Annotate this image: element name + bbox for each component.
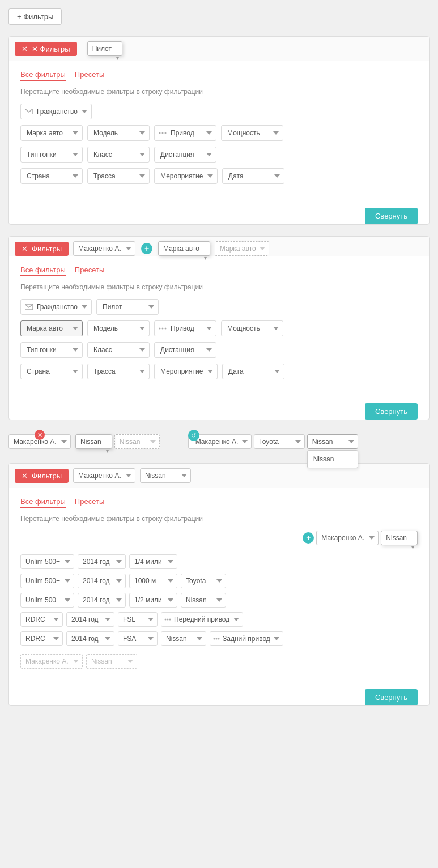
filter-row-1-1: Гражданство: [20, 104, 418, 119]
car-brand-select-2[interactable]: Марка авто: [20, 320, 83, 336]
country-select-1[interactable]: Страна: [20, 168, 83, 184]
bottom-placeholder-row: Макаренко А. Nissan: [20, 652, 418, 671]
filter-footer-1: Свернуть: [9, 199, 429, 212]
tab-all-filters-2[interactable]: Все фильтры: [20, 266, 66, 276]
filter-tabs-1: Все фильтры Пресеты: [20, 70, 418, 81]
distance-select-1[interactable]: Дистанция: [154, 147, 216, 163]
carbrand-placeholder-2: Марка авто: [215, 241, 269, 256]
delete-badge-3[interactable]: ✕: [35, 430, 45, 440]
year-result-4-4[interactable]: 2014 год: [66, 612, 114, 627]
plus-badge-4[interactable]: +: [303, 532, 314, 544]
brand-result-4-5[interactable]: Nissan: [161, 631, 206, 646]
collapse-button-2[interactable]: Свернуть: [365, 403, 418, 420]
class-result-4-3[interactable]: Unlim 500+: [20, 593, 74, 608]
distance-result-4-2[interactable]: 1000 м: [129, 574, 177, 588]
plus-badge-2[interactable]: +: [141, 243, 152, 254]
distance-select-2[interactable]: Дистанция: [154, 342, 216, 358]
drive-select-2[interactable]: Привод: [154, 320, 216, 336]
track-select-2[interactable]: Трасса: [87, 364, 150, 379]
year-result-4-2[interactable]: 2014 год: [78, 574, 126, 588]
result-row-4-4: RDRC 2014 год FSL Передний привод: [20, 610, 418, 629]
class-result-4-4[interactable]: RDRC: [20, 612, 63, 627]
nissan-drag-tag-3[interactable]: Nissan: [75, 434, 112, 449]
year-result-4-5[interactable]: 2014 год: [66, 631, 114, 646]
close-icon-1: ✕: [22, 45, 28, 53]
power-select-1[interactable]: Мощность: [221, 125, 283, 141]
makarenko-tag-4[interactable]: Макаренко А.: [73, 468, 135, 483]
citizenship-select-2[interactable]: Гражданство: [20, 299, 92, 315]
drive-result-4-5[interactable]: Задний привод: [210, 631, 283, 646]
filter-bar-4: ✕ Фильтры Макаренко А. Nissan: [9, 464, 429, 488]
distance-result-4-4[interactable]: FSL: [118, 612, 158, 627]
result-row-4-1: Unlim 500+ 2014 год 1/4 мили: [20, 552, 418, 571]
makarenko-tag-2[interactable]: Макаренко А.: [73, 241, 135, 256]
nissan-new-drag-label-4: Nissan: [386, 534, 407, 542]
brand-result-4-2[interactable]: Toyota: [181, 574, 226, 588]
reload-badge-3[interactable]: ↺: [188, 430, 199, 441]
tab-presets-4[interactable]: Пресеты: [75, 497, 104, 508]
event-select-2[interactable]: Мероприятие: [154, 364, 218, 379]
citizenship-select-1[interactable]: Гражданство: [20, 104, 92, 119]
bottom-nissan-placeholder[interactable]: Nissan: [86, 654, 137, 669]
nissan-option[interactable]: Nissan: [308, 453, 358, 465]
class-select-1[interactable]: Класс: [87, 147, 150, 163]
result-row-4-5: RDRC 2014 год FSA Nissan Задний привод: [20, 629, 418, 648]
new-pilot-tag-4[interactable]: Макаренко А.: [316, 531, 379, 545]
drive-select-1[interactable]: Привод: [154, 125, 216, 141]
race-type-select-2[interactable]: Тип гонки: [20, 342, 83, 358]
nissan-dropdown-container: Nissan Nissan: [307, 434, 358, 449]
model-select-2[interactable]: Модель: [87, 320, 150, 336]
year-result-4-1[interactable]: 2014 год: [78, 554, 126, 569]
tab-presets-1[interactable]: Пресеты: [75, 70, 104, 81]
class-result-4-2[interactable]: Unlim 500+: [20, 574, 74, 588]
brand-result-4-3[interactable]: Nissan: [181, 593, 226, 608]
tab-all-filters-4[interactable]: Все фильтры: [20, 497, 66, 508]
tab-all-filters-1[interactable]: Все фильтры: [20, 70, 66, 81]
model-select-1[interactable]: Модель: [87, 125, 150, 141]
nissan-tag-4[interactable]: Nissan: [140, 468, 191, 483]
tab-presets-2[interactable]: Пресеты: [75, 266, 104, 276]
pilot-drag-label: Пилот: [92, 45, 112, 53]
distance-result-4-3[interactable]: 1/2 мили: [129, 593, 177, 608]
filter-button-label-2: Фильтры: [32, 245, 62, 253]
collapse-button-1[interactable]: Свернуть: [365, 208, 418, 224]
country-select-2[interactable]: Страна: [20, 364, 83, 379]
collapse-button-4[interactable]: Свернуть: [365, 689, 418, 705]
event-select-1[interactable]: Мероприятие: [154, 168, 218, 184]
filter-row-2-1: Гражданство Пилот: [20, 299, 418, 315]
year-result-4-3[interactable]: 2014 год: [78, 593, 126, 608]
distance-result-4-5[interactable]: FSA: [118, 631, 158, 646]
filter-panel-1: ✕ ✕ Фильтры Пилот Все фильтры Пресеты Пе…: [8, 36, 430, 225]
class-result-4-5[interactable]: RDRC: [20, 631, 63, 646]
nissan-new-drag-4[interactable]: Nissan: [381, 531, 418, 545]
nissan-select-3[interactable]: Nissan: [307, 434, 358, 449]
filter-button-label-1: ✕ Фильтры: [32, 45, 70, 53]
toyota-select-3[interactable]: Toyota: [254, 434, 305, 449]
new-tag-row: + Макаренко А. Nissan: [20, 531, 418, 545]
filter-body-1: Все фильтры Пресеты Перетащите необходим…: [9, 61, 429, 199]
drag-left-group: ✕ Макаренко А. Nissan Nissan: [8, 434, 160, 449]
power-select-2[interactable]: Мощность: [221, 320, 283, 336]
distance-result-4-1[interactable]: 1/4 мили: [129, 554, 177, 569]
nissan-placeholder-3: Nissan: [114, 434, 160, 449]
add-filters-button[interactable]: + Фильтры: [8, 8, 62, 25]
nissan-dropdown-open[interactable]: Nissan: [307, 450, 358, 468]
filter-panel-4: ✕ Фильтры Макаренко А. Nissan Все фильтр…: [8, 463, 430, 706]
filter-panel-2: ✕ Фильтры Макаренко А. + Марка авто Марк…: [8, 236, 430, 420]
date-select-1[interactable]: Дата: [222, 168, 284, 184]
track-select-1[interactable]: Трасса: [87, 168, 150, 184]
pilot-select-2[interactable]: Пилот: [96, 299, 159, 315]
bottom-pilot-placeholder[interactable]: Макаренко А.: [20, 654, 83, 669]
filter-close-button-1[interactable]: ✕ ✕ Фильтры: [15, 42, 77, 56]
race-type-select-1[interactable]: Тип гонки: [20, 147, 83, 163]
filter-close-button-2[interactable]: ✕ Фильтры: [15, 242, 69, 256]
class-result-4-1[interactable]: Unlim 500+: [20, 554, 74, 569]
class-select-2[interactable]: Класс: [87, 342, 150, 358]
car-brand-select-1[interactable]: Марка авто: [20, 125, 83, 141]
filter-close-button-4[interactable]: ✕ Фильтры: [15, 469, 69, 483]
carbrand-drag-tag-2[interactable]: Марка авто: [158, 241, 210, 256]
date-select-2[interactable]: Дата: [222, 364, 284, 379]
result-row-4-3: Unlim 500+ 2014 год 1/2 мили Nissan: [20, 591, 418, 610]
drive-result-4-4[interactable]: Передний привод: [161, 612, 243, 627]
pilot-drag-tag[interactable]: Пилот: [87, 41, 122, 56]
